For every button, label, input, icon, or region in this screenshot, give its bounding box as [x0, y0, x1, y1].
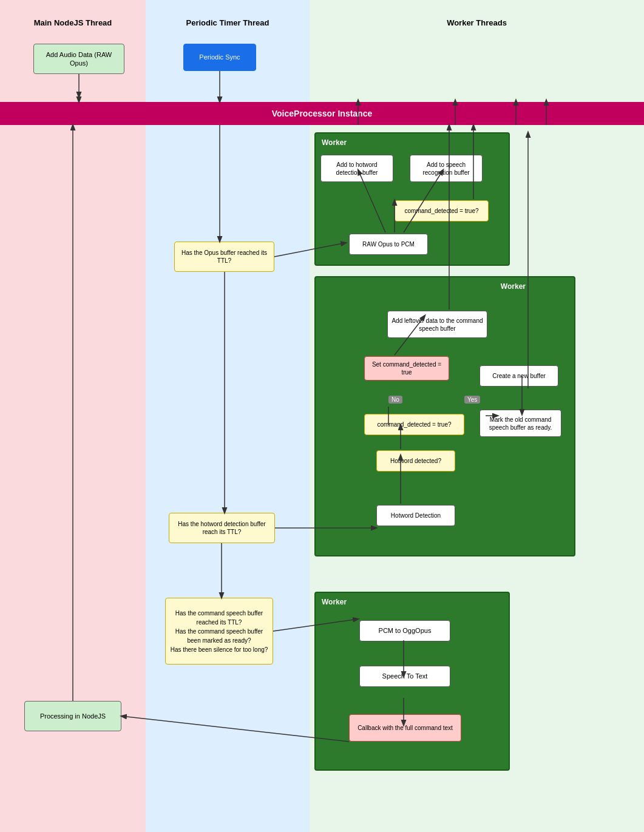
callback-box: Callback with the full command text	[349, 714, 461, 742]
hotword-detection-box: Hotword Detection	[376, 505, 455, 526]
worker-panel-2: Worker Add leftover data to the command …	[314, 276, 575, 556]
has-command-buffer-box: Has the command speech buffer reached it…	[165, 598, 273, 665]
set-command-detected-box: Set command_detected = true	[364, 356, 449, 380]
diagram-container: Main NodeJS Thread Periodic Timer Thread…	[0, 0, 644, 832]
has-hotword-ttl-box: Has the hotword detection buffer reach i…	[169, 513, 275, 543]
worker-3-label: Worker	[322, 598, 347, 606]
voice-processor-bar: VoiceProcessor Instance	[0, 102, 644, 125]
add-speech-box: Add to speech recognition buffer	[410, 155, 483, 182]
worker-panel-3: Worker PCM to OggOpus Speech To Text Cal…	[314, 592, 510, 771]
command-detected-2-box: command_detected = true?	[364, 414, 464, 435]
worker-2-label: Worker	[501, 282, 526, 291]
hotword-detected-box: Hotword detected?	[376, 450, 455, 472]
timer-column-header: Periodic Timer Thread	[146, 9, 310, 33]
no-badge: No	[388, 396, 402, 404]
has-command-buffer-text: Has the command speech buffer reached it…	[169, 609, 269, 654]
has-opus-ttl-box: Has the Opus buffer reached its TTL?	[174, 242, 274, 272]
processing-nodejs-box: Processing in NodeJS	[24, 701, 121, 731]
worker-column-header: Worker Threads	[310, 9, 644, 33]
add-leftover-box: Add leftover data to the command speech …	[387, 311, 487, 338]
mark-old-buffer-box: Mark the old command speech buffer as re…	[480, 410, 561, 437]
add-audio-data-box: Add Audio Data (RAW Opus)	[33, 44, 124, 74]
yes-badge: Yes	[464, 396, 480, 404]
raw-opus-pcm-box: RAW Opus to PCM	[349, 234, 428, 255]
pcm-to-ogg-box: PCM to OggOpus	[359, 620, 450, 641]
worker-1-label: Worker	[322, 138, 347, 147]
add-hotword-box: Add to hotword detection buffer	[320, 155, 393, 182]
create-new-buffer-box: Create a new buffer	[480, 365, 558, 387]
periodic-sync-box: Periodic Sync	[183, 44, 256, 71]
worker-panel-1: Worker Add to hotword detection buffer A…	[314, 132, 510, 266]
speech-to-text-box: Speech To Text	[359, 666, 450, 687]
main-column-header: Main NodeJS Thread	[0, 9, 146, 33]
command-detected-1-box: command_detected = true?	[395, 200, 489, 222]
